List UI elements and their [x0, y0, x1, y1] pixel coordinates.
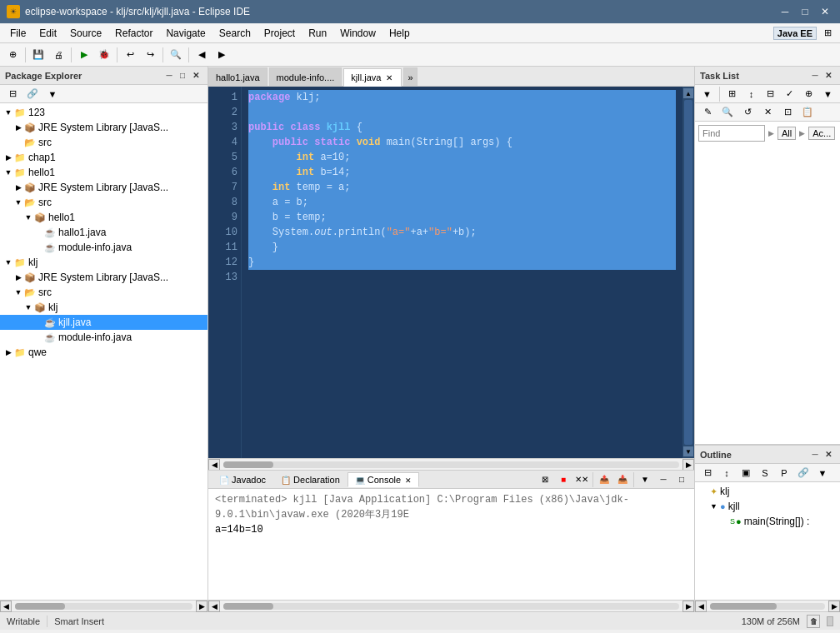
menu-project[interactable]: Project: [258, 23, 302, 42]
tree-item-123[interactable]: ▼ 📁 123: [0, 105, 208, 120]
console-terminate-btn[interactable]: ■: [554, 471, 572, 489]
search-btn[interactable]: 🔍: [167, 46, 185, 64]
outline-hscroll[interactable]: ◀ ▶: [695, 600, 840, 611]
code-content[interactable]: package klj; public class kjll { public …: [242, 87, 682, 458]
tab-declaration[interactable]: 📋 Declaration: [273, 472, 348, 487]
console-scroll-thumb[interactable]: [223, 603, 273, 610]
outline-scroll-right[interactable]: ▶: [828, 601, 840, 612]
console-out-btn[interactable]: 📤: [595, 471, 613, 489]
console-remove-btn[interactable]: ✕✕: [572, 471, 591, 489]
close-explorer-btn[interactable]: ✕: [189, 69, 202, 82]
redo-btn[interactable]: ↪: [141, 46, 159, 64]
min-tasklist-btn[interactable]: ─: [808, 69, 822, 82]
forward-btn[interactable]: ▶: [212, 46, 231, 64]
tab-console[interactable]: 💻 Console ✕: [348, 472, 419, 487]
scroll-down-btn[interactable]: ▼: [683, 446, 693, 456]
outline-item-main-method[interactable]: S ● main(String[]) :: [697, 514, 838, 529]
menu-edit[interactable]: Edit: [32, 23, 63, 42]
perspective-label[interactable]: Java EE: [773, 27, 817, 40]
tree-item-kjll[interactable]: ☕ kjll.java: [0, 315, 208, 330]
find-all-btn[interactable]: All: [778, 127, 796, 140]
maximize-button[interactable]: □: [797, 3, 813, 20]
tree-item-qwe[interactable]: ▶ 📁 qwe: [0, 345, 208, 360]
tree-item-src-123[interactable]: 📂 src: [0, 135, 208, 150]
console-menu-btn[interactable]: ▼: [636, 471, 654, 489]
menu-file[interactable]: File: [3, 23, 32, 42]
editor-hscroll[interactable]: ◀ ▶: [208, 458, 694, 470]
tab-close-btn[interactable]: ✕: [384, 73, 394, 82]
minimize-button[interactable]: ─: [777, 3, 793, 20]
tab-hallo1[interactable]: hallo1.java: [208, 67, 268, 86]
scroll-up-btn[interactable]: ▲: [683, 88, 693, 98]
tree-item-moduleinfo-klj[interactable]: ☕ module-info.java: [0, 330, 208, 345]
task-btn2c[interactable]: ↺: [738, 103, 757, 122]
perspective-btn[interactable]: ⊞: [818, 24, 837, 42]
menu-help[interactable]: Help: [382, 23, 417, 42]
tree-item-pkg-hello1[interactable]: ▼ 📦 hello1: [0, 210, 208, 225]
min-outline-btn[interactable]: ─: [808, 448, 822, 461]
gc-button[interactable]: 🗑: [807, 615, 820, 628]
console-max-btn[interactable]: □: [672, 471, 691, 489]
tree-item-hallo1[interactable]: ☕ hallo1.java: [0, 225, 208, 240]
tree-item-hello1[interactable]: ▼ 📁 hello1: [0, 165, 208, 180]
console-hscroll[interactable]: ◀ ▶: [208, 600, 694, 611]
close-tasklist-btn[interactable]: ✕: [822, 69, 835, 82]
scroll-thumb[interactable]: [15, 603, 65, 610]
editor-scroll-left[interactable]: ◀: [208, 459, 220, 471]
task-menu-btn[interactable]: ⊞: [723, 85, 741, 103]
editor-scroll-right[interactable]: ▶: [682, 459, 694, 471]
menu-source[interactable]: Source: [63, 23, 108, 42]
outline-scroll-thumb[interactable]: [710, 603, 777, 610]
menu-navigate[interactable]: Navigate: [159, 23, 212, 42]
maximize-explorer-btn[interactable]: □: [176, 69, 189, 82]
outline-hide-nonpub-btn[interactable]: P: [775, 464, 793, 482]
outline-menu-btn[interactable]: ▼: [813, 464, 832, 482]
new-btn[interactable]: ⊕: [3, 46, 22, 64]
menu-window[interactable]: Window: [333, 23, 382, 42]
collapse-all-btn[interactable]: ⊟: [3, 85, 22, 103]
menu-refactor[interactable]: Refactor: [108, 23, 159, 42]
task-btn2f[interactable]: 📋: [798, 103, 817, 122]
tree-item-jre-123[interactable]: ▶ 📦 JRE System Library [JavaS...: [0, 120, 208, 135]
task-btn2e[interactable]: ⊡: [778, 103, 797, 122]
explorer-hscroll[interactable]: ◀ ▶: [0, 600, 208, 611]
task-action-btn[interactable]: ✓: [781, 85, 798, 103]
explorer-menu-btn[interactable]: ▼: [43, 85, 62, 103]
outline-sort-btn[interactable]: ↕: [718, 464, 736, 482]
tab-javadoc[interactable]: 📄 Javadoc: [212, 472, 273, 487]
outline-scroll-left[interactable]: ◀: [695, 601, 707, 612]
run-btn[interactable]: ▶: [75, 46, 93, 64]
save-btn[interactable]: 💾: [29, 46, 48, 64]
tree-item-klj[interactable]: ▼ 📁 klj: [0, 255, 208, 270]
console-scroll-left[interactable]: ◀: [208, 601, 220, 612]
close-outline-btn[interactable]: ✕: [822, 448, 835, 461]
editor-scroll-thumb[interactable]: [223, 461, 273, 468]
task-group-btn[interactable]: ⊟: [762, 85, 779, 103]
tree-item-chap1[interactable]: ▶ 📁 chap1: [0, 150, 208, 165]
editor-vscrollbar[interactable]: ▲ ▼: [682, 87, 694, 458]
close-button[interactable]: ✕: [817, 3, 833, 20]
debug-btn[interactable]: 🐞: [95, 46, 113, 64]
code-editor[interactable]: 1 2 3 4 5 6 7 8 9 10 11 12 13 package kl…: [208, 87, 694, 458]
link-editor-btn[interactable]: 🔗: [23, 85, 42, 103]
task-btn2d[interactable]: ✕: [758, 103, 777, 122]
menu-search[interactable]: Search: [212, 23, 258, 42]
outline-hide-fields-btn[interactable]: ▣: [737, 464, 755, 482]
task-btn2a[interactable]: ✎: [698, 103, 717, 122]
console-min-btn[interactable]: ─: [654, 471, 672, 489]
task-more-btn[interactable]: ▼: [819, 85, 837, 103]
find-active-btn[interactable]: Ac...: [808, 127, 835, 140]
console-scroll-right[interactable]: ▶: [682, 601, 694, 612]
scroll-left-btn[interactable]: ◀: [0, 601, 12, 612]
find-input[interactable]: [698, 125, 765, 142]
tree-item-src-hello1[interactable]: ▼ 📂 src: [0, 195, 208, 210]
task-btn2b[interactable]: 🔍: [718, 103, 737, 122]
print-btn[interactable]: 🖨: [49, 46, 68, 64]
menu-run[interactable]: Run: [302, 23, 333, 42]
task-select-btn[interactable]: ⊕: [800, 85, 818, 103]
scroll-thumb[interactable]: [684, 100, 692, 445]
tree-item-src-klj[interactable]: ▼ 📂 src: [0, 285, 208, 300]
console-clear-btn[interactable]: ⊠: [536, 471, 554, 489]
tree-item-jre-hello1[interactable]: ▶ 📦 JRE System Library [JavaS...: [0, 180, 208, 195]
tab-moduleinfo[interactable]: module-info....: [269, 67, 342, 86]
